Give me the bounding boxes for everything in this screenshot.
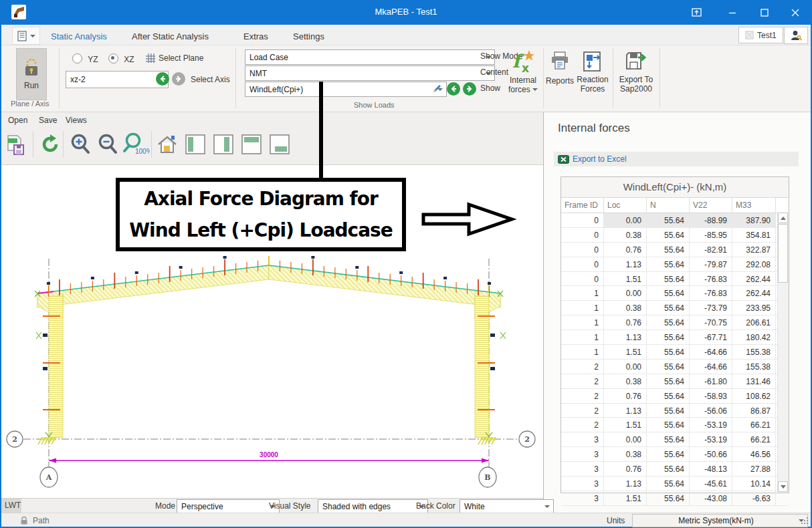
path-label[interactable]: Path <box>33 516 49 525</box>
select-plane-button[interactable]: Select Plane <box>146 53 203 63</box>
select-axis-label: Select Axis <box>191 75 230 84</box>
table-row[interactable]: 21.1355.64-56.0686.87 <box>561 404 789 418</box>
column-header-n[interactable]: N <box>647 198 690 213</box>
menu-open[interactable]: Open <box>8 116 27 128</box>
export-to-excel-label: Export to Excel <box>573 154 627 164</box>
next-loadcase-button[interactable] <box>463 82 476 96</box>
prev-axis-button[interactable] <box>156 72 169 86</box>
pencil-icon <box>432 83 443 94</box>
internal-forces-caret-icon <box>532 88 538 91</box>
table-cell: 55.64 <box>647 330 690 344</box>
tab-static-analysis[interactable]: Static Analysis <box>48 29 110 45</box>
radio-xz[interactable]: XZ <box>108 53 134 64</box>
table-row[interactable]: 31.5155.64-43.08-6.63 <box>561 491 789 506</box>
zoom-in-button[interactable] <box>68 130 93 159</box>
zoom-100-button[interactable]: 100% <box>121 130 150 159</box>
resize-grip[interactable] <box>801 517 808 524</box>
edit-loadcase-button[interactable] <box>432 83 443 94</box>
column-header-loc[interactable]: Loc <box>604 198 647 213</box>
tab-settings[interactable]: Settings <box>290 29 327 45</box>
table-row[interactable]: 00.0055.64-88.99387.90 <box>561 213 789 228</box>
table-row[interactable]: 11.1355.64-67.71180.42 <box>561 330 789 345</box>
internal-forces-label-2-wrap: forces <box>508 85 538 94</box>
fx-functions-icon: f x <box>510 49 536 74</box>
table-row[interactable]: 31.1355.64-45.6110.14 <box>561 477 789 491</box>
table-row[interactable]: 00.3855.64-85.95354.81 <box>561 228 789 243</box>
table-row[interactable]: 30.7655.64-48.1327.88 <box>561 462 789 477</box>
table-row[interactable]: 01.1355.64-79.87292.08 <box>561 257 789 272</box>
table-cell: 55.64 <box>647 477 690 491</box>
table-cell: 3 <box>561 491 604 505</box>
table-row[interactable]: 20.7655.64-58.93108.62 <box>561 389 789 404</box>
scroll-down-button[interactable] <box>778 481 788 492</box>
table-cell: 66.21 <box>732 432 776 446</box>
radio-yz[interactable]: YZ <box>72 53 98 64</box>
prev-loadcase-button[interactable] <box>447 82 460 96</box>
table-row[interactable]: 10.0055.64-76.83262.44 <box>561 286 789 301</box>
forces-table-title: WindLeft(Cpi+)- (kN,m) <box>561 177 789 198</box>
table-row[interactable]: 11.5155.64-64.66155.38 <box>561 345 789 360</box>
reaction-forces-button[interactable]: Reaction Forces <box>575 51 610 94</box>
view-right-button[interactable] <box>211 130 236 159</box>
mode-combobox[interactable]: Perspective <box>177 499 280 513</box>
refresh-button[interactable] <box>37 130 63 159</box>
annotation-arrow-icon <box>418 201 517 238</box>
select-plane-label: Select Plane <box>159 53 203 63</box>
table-row[interactable]: 00.7655.64-82.91322.87 <box>561 243 789 257</box>
zoom-out-button[interactable] <box>95 130 120 159</box>
column-header-v22[interactable]: V22 <box>690 198 732 213</box>
group-separator <box>235 48 236 108</box>
content-combobox[interactable]: NMT <box>245 65 495 81</box>
next-axis-button[interactable] <box>172 72 185 86</box>
table-row[interactable]: 10.7655.64-70.75206.61 <box>561 315 789 330</box>
close-button[interactable] <box>780 0 811 25</box>
view-top-button[interactable] <box>239 130 264 159</box>
save-image-button[interactable] <box>4 130 29 159</box>
run-button[interactable]: Run <box>16 48 47 100</box>
table-row[interactable]: 20.3855.64-61.80131.46 <box>561 374 789 389</box>
column-header-frame-id[interactable]: Frame ID <box>561 198 604 213</box>
reports-button[interactable]: Reports <box>546 51 574 86</box>
axis-combobox[interactable]: xz-2 <box>66 71 169 88</box>
table-row[interactable]: 21.5155.64-53.1966.21 <box>561 418 789 432</box>
close-icon <box>791 9 799 17</box>
scroll-up-button[interactable] <box>778 213 788 223</box>
table-row[interactable]: 01.5155.64-76.83262.44 <box>561 272 789 287</box>
back-color-combobox[interactable]: White <box>460 499 554 513</box>
scrollbar-thumb[interactable] <box>778 224 788 283</box>
dock-window-button[interactable] <box>681 0 712 25</box>
visual-style-combobox[interactable]: Shaded with edges <box>318 499 428 513</box>
dimension-line: 30000 <box>49 451 489 463</box>
minimize-button[interactable] <box>717 0 748 25</box>
table-row[interactable]: 10.3855.64-73.79233.95 <box>561 301 789 315</box>
tab-extras[interactable]: Extras <box>241 29 271 45</box>
column-header-m33[interactable]: M33 <box>732 198 776 213</box>
menu-views[interactable]: Views <box>66 116 87 128</box>
units-combobox[interactable]: Metric System(kN-m) <box>632 514 808 527</box>
app-menu-button[interactable] <box>12 27 40 45</box>
export-sap2000-button[interactable]: Export To Sap2000 <box>617 51 655 94</box>
table-scrollbar[interactable] <box>777 213 789 492</box>
maximize-button[interactable] <box>749 0 780 25</box>
user-account-button[interactable] <box>784 27 808 44</box>
lwt-label[interactable]: LWT <box>1 499 21 513</box>
menu-save[interactable]: Save <box>39 116 57 128</box>
table-row[interactable]: 30.3855.64-50.6646.56 <box>561 447 789 462</box>
tab-after-static-analysis[interactable]: After Static Analysis <box>129 29 211 45</box>
table-cell: 0.38 <box>604 228 647 242</box>
home-view-button[interactable] <box>155 130 180 159</box>
table-cell: 3 <box>561 432 604 446</box>
view-left-button[interactable] <box>183 130 208 159</box>
export-to-excel-button[interactable]: Export to Excel <box>554 152 799 166</box>
loadcase-show-combobox[interactable]: WindLeft(Cpi+) <box>245 82 447 97</box>
internal-forces-button[interactable]: f x Internal forces <box>507 49 539 94</box>
view-bottom-button[interactable] <box>267 130 292 159</box>
load-case-combobox[interactable]: Load Case <box>245 49 495 65</box>
table-row[interactable]: 30.0055.64-53.1966.21 <box>561 432 789 447</box>
project-test1-button[interactable]: Test1 <box>738 27 783 43</box>
table-cell: -79.87 <box>690 257 732 271</box>
ribbon-tab-row: Static Analysis After Static Analysis Ex… <box>1 25 811 45</box>
radio-yz-label: YZ <box>88 55 98 64</box>
radio-xz-label: XZ <box>124 55 134 64</box>
table-row[interactable]: 20.0055.64-64.66155.38 <box>561 360 789 374</box>
